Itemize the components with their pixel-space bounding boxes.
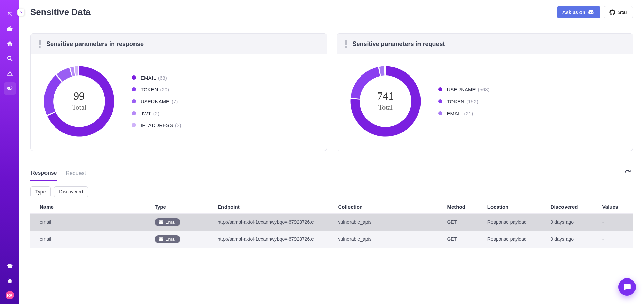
svg-point-3: [8, 88, 9, 89]
data-table: NameTypeEndpointCollectionMethodLocation…: [30, 199, 633, 248]
col-location[interactable]: Location: [484, 204, 547, 210]
col-type[interactable]: Type: [151, 204, 214, 210]
ask-discord-button[interactable]: Ask us on: [557, 6, 600, 18]
cell-type: Email: [151, 218, 214, 226]
nav-search-icon[interactable]: [4, 52, 16, 65]
tabs: ResponseRequest: [30, 167, 633, 181]
col-values[interactable]: Values: [599, 204, 633, 210]
legend-name: USERNAME: [141, 99, 169, 104]
ask-discord-label: Ask us on: [562, 10, 585, 15]
legend-dot: [132, 99, 136, 103]
nav-bug-icon[interactable]: [4, 275, 16, 287]
legend-name: TOKEN: [447, 99, 464, 104]
donut-slice[interactable]: [379, 66, 384, 76]
exclamation-icon: [38, 40, 41, 48]
card-request-title: Sensitive parameters in request: [353, 40, 445, 48]
legend-count: (152): [466, 99, 478, 104]
donut-slice[interactable]: [44, 75, 62, 115]
legend-request: USERNAME (568) TOKEN (152) EMAIL (21): [428, 81, 625, 122]
cell-endpoint: http://sampl-aktol-1exannwybqov-67928726…: [214, 219, 335, 225]
legend-name: TOKEN: [141, 87, 158, 92]
table-row[interactable]: email Email http://sampl-aktol-1exannwyb…: [30, 214, 633, 231]
card-response-params: Sensitive parameters in response 99 Tota…: [30, 33, 327, 151]
donut-request-label: Total: [378, 104, 392, 111]
legend-count: (68): [158, 75, 167, 81]
legend-response: EMAIL (68) TOKEN (20) USERNAME (7) JWT (…: [122, 69, 319, 134]
cell-type: Email: [151, 235, 214, 243]
legend-item[interactable]: EMAIL (68): [132, 75, 319, 81]
main-content: Sensitive Data Ask us on Star Sensitive …: [19, 0, 644, 304]
tab-request[interactable]: Request: [65, 167, 87, 181]
nav-sensitive-icon[interactable]: [4, 82, 16, 95]
page-title: Sensitive Data: [30, 7, 91, 17]
legend-dot: [132, 111, 136, 115]
github-star-label: Star: [618, 10, 627, 15]
exclamation-icon: [344, 40, 347, 48]
col-endpoint[interactable]: Endpoint: [214, 204, 335, 210]
chat-widget-button[interactable]: [618, 278, 636, 296]
col-name[interactable]: Name: [36, 204, 151, 210]
donut-request: 741 Total: [346, 62, 425, 140]
donut-response-total: 99: [74, 90, 85, 102]
legend-item[interactable]: IP_ADDRESS (2): [132, 122, 319, 128]
card-response-title: Sensitive parameters in response: [46, 40, 144, 48]
filter-type[interactable]: Type: [30, 186, 51, 197]
card-request-params: Sensitive parameters in request 741 Tota…: [337, 33, 633, 151]
legend-name: USERNAME: [447, 87, 476, 92]
github-icon: [609, 9, 615, 15]
legend-count: (2): [175, 122, 181, 128]
legend-count: (21): [464, 111, 473, 116]
cell-method: GET: [444, 219, 484, 225]
cell-discovered: 9 days ago: [547, 219, 599, 225]
tab-response[interactable]: Response: [30, 167, 57, 181]
table-header: NameTypeEndpointCollectionMethodLocation…: [30, 199, 633, 213]
donut-slice[interactable]: [75, 66, 78, 76]
col-method[interactable]: Method: [444, 204, 484, 210]
cell-collection: vulnerable_apis: [335, 219, 444, 225]
svg-point-0: [8, 56, 11, 60]
page-header: Sensitive Data Ask us on Star: [30, 0, 633, 24]
cell-endpoint: http://sampl-aktol-1exannwybqov-67928726…: [214, 236, 335, 242]
nav-thumbsup-icon[interactable]: [4, 22, 16, 35]
legend-item[interactable]: TOKEN (152): [438, 99, 625, 104]
col-discovered[interactable]: Discovered: [547, 204, 599, 210]
nav-home-icon[interactable]: [4, 37, 16, 50]
donut-request-total: 741: [377, 90, 393, 102]
user-avatar[interactable]: RA: [6, 291, 14, 299]
legend-item[interactable]: USERNAME (568): [438, 87, 625, 92]
svg-line-1: [11, 59, 12, 61]
legend-item[interactable]: EMAIL (21): [438, 111, 625, 116]
col-collection[interactable]: Collection: [335, 204, 444, 210]
donut-slice[interactable]: [351, 67, 380, 99]
cell-values: -: [599, 236, 633, 242]
discord-icon: [588, 10, 595, 15]
legend-dot: [438, 87, 442, 91]
refresh-button[interactable]: [622, 167, 633, 180]
nav-gift-icon[interactable]: [4, 260, 16, 272]
legend-dot: [132, 87, 136, 91]
legend-dot: [438, 99, 442, 103]
donut-response-label: Total: [72, 104, 86, 111]
cell-name: email: [36, 219, 151, 225]
table-body: email Email http://sampl-aktol-1exannwyb…: [30, 213, 633, 248]
table-row[interactable]: email Email http://sampl-aktol-1exannwyb…: [30, 231, 633, 248]
github-star-button[interactable]: Star: [604, 6, 633, 18]
cell-location: Response payload: [484, 219, 547, 225]
cell-discovered: 9 days ago: [547, 236, 599, 242]
cell-collection: vulnerable_apis: [335, 236, 444, 242]
cell-method: GET: [444, 236, 484, 242]
mail-icon: [159, 220, 163, 224]
legend-item[interactable]: JWT (2): [132, 111, 319, 116]
nav-alert-icon[interactable]: [4, 67, 16, 80]
cell-name: email: [36, 236, 151, 242]
legend-item[interactable]: USERNAME (7): [132, 99, 319, 104]
mail-icon: [159, 237, 163, 241]
filter-discovered[interactable]: Discovered: [54, 186, 88, 197]
cell-location: Response payload: [484, 236, 547, 242]
donut-response: 99 Total: [40, 62, 118, 140]
legend-name: EMAIL: [141, 75, 156, 81]
sidebar: RA: [0, 0, 19, 304]
legend-item[interactable]: TOKEN (20): [132, 87, 319, 92]
legend-count: (20): [160, 87, 169, 92]
nav-quickstart-icon[interactable]: [4, 7, 16, 20]
